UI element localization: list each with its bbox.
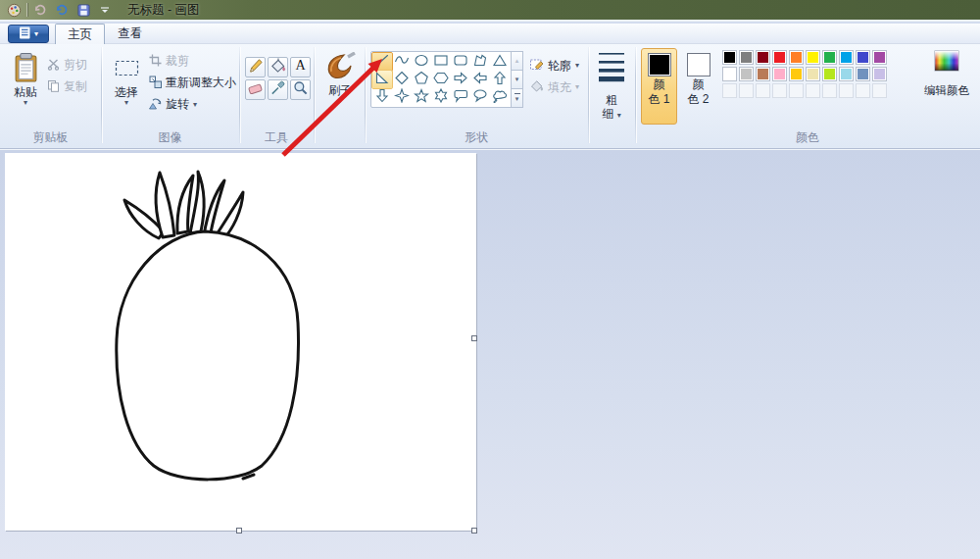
shape-callout-oval[interactable]: [470, 88, 490, 106]
palette-swatch-1-3[interactable]: [772, 50, 787, 65]
tool-fill-button[interactable]: [268, 57, 288, 77]
crop-button[interactable]: 裁剪: [149, 53, 189, 70]
palette-swatch-2-8[interactable]: [856, 67, 870, 81]
resize-button[interactable]: 重新调整大小: [149, 75, 236, 91]
outline-button[interactable]: 轮廓 ▾: [529, 57, 579, 75]
palette-swatch-1-1[interactable]: [739, 50, 754, 65]
resize-label: 重新调整大小: [166, 75, 236, 91]
palette-swatch-1-2[interactable]: [756, 50, 770, 65]
save-icon[interactable]: [74, 2, 92, 18]
shape-fill-button[interactable]: 填充 ▾: [529, 78, 579, 96]
shape-right-triangle[interactable]: [372, 71, 392, 88]
size-button[interactable]: 粗 细 ▾: [592, 50, 631, 125]
palette-swatch-2-7[interactable]: [839, 67, 854, 81]
application-menu-button[interactable]: ▾: [8, 25, 49, 43]
shape-ellipse[interactable]: [412, 53, 431, 71]
palette-swatch-empty[interactable]: [756, 83, 770, 98]
gallery-up-icon[interactable]: ▴: [511, 51, 523, 71]
shape-star-6[interactable]: [431, 88, 451, 106]
tool-pencil-button[interactable]: [245, 57, 266, 77]
palette-swatch-empty[interactable]: [789, 83, 804, 98]
gallery-down-icon[interactable]: ▾: [511, 70, 523, 89]
copy-button[interactable]: 复制: [47, 78, 87, 95]
palette-swatch-empty[interactable]: [872, 83, 887, 98]
shape-arrow-up[interactable]: [490, 71, 510, 88]
tool-eraser-button[interactable]: [245, 79, 266, 100]
shape-arrow-right[interactable]: [451, 71, 470, 88]
qat-customize-icon[interactable]: [96, 2, 114, 18]
palette-swatch-2-5[interactable]: [806, 67, 820, 81]
star-5-icon: [414, 88, 429, 107]
paint-logo-icon[interactable]: [5, 2, 23, 18]
palette-swatch-1-7[interactable]: [839, 50, 854, 65]
palette-swatch-empty[interactable]: [739, 83, 754, 98]
paste-button[interactable]: 粘贴 ▾: [6, 49, 45, 126]
color-palette: [722, 50, 889, 98]
palette-swatch-empty[interactable]: [822, 83, 837, 98]
palette-swatch-empty[interactable]: [856, 83, 870, 98]
palette-swatch-1-9[interactable]: [872, 50, 887, 65]
palette-swatch-2-1[interactable]: [739, 67, 754, 81]
shape-star-4[interactable]: [392, 88, 412, 106]
palette-swatch-2-6[interactable]: [822, 67, 837, 81]
palette-swatch-2-4[interactable]: [789, 67, 804, 81]
chevron-down-icon: ▾: [575, 62, 579, 70]
color2-button[interactable]: 颜 色 2: [680, 48, 716, 125]
quick-access-toolbar: [0, 2, 114, 18]
undo-icon[interactable]: [31, 2, 49, 18]
palette-swatch-empty[interactable]: [839, 83, 854, 98]
palette-swatch-empty[interactable]: [806, 83, 820, 98]
tab-view[interactable]: 查看: [106, 24, 154, 44]
chevron-down-icon: ▾: [193, 101, 197, 109]
redo-icon[interactable]: [53, 2, 71, 18]
resize-icon: [149, 76, 162, 91]
canvas-resize-handle-right[interactable]: [471, 335, 477, 341]
palette-swatch-2-3[interactable]: [772, 67, 787, 81]
shape-diamond[interactable]: [392, 71, 412, 88]
canvas-resize-handle-corner[interactable]: [471, 528, 477, 534]
tool-magnifier-button[interactable]: [290, 79, 311, 100]
tool-color-picker-button[interactable]: [268, 79, 288, 100]
palette-swatch-1-6[interactable]: [822, 50, 837, 65]
palette-swatch-1-4[interactable]: [789, 50, 804, 65]
gallery-more-icon[interactable]: ▾: [511, 88, 523, 108]
shape-star-5[interactable]: [412, 88, 431, 106]
shape-callout-cloud[interactable]: [490, 88, 510, 106]
shape-rounded-rectangle[interactable]: [451, 53, 470, 71]
palette-swatch-1-5[interactable]: [806, 50, 820, 65]
shape-pentagon[interactable]: [412, 71, 431, 88]
tool-text-button[interactable]: A: [290, 57, 311, 77]
shape-curve[interactable]: [392, 53, 412, 71]
drawing-canvas[interactable]: [5, 153, 476, 531]
palette-swatch-2-0[interactable]: [722, 67, 737, 81]
shape-arrow-left[interactable]: [470, 71, 490, 88]
diamond-icon: [394, 71, 410, 89]
ribbon: 粘贴 ▾ 剪切 复制 剪贴板 选择 ▾ 裁剪 重新调整大小 旋转 ▾: [0, 44, 980, 149]
shape-arrow-down[interactable]: [372, 88, 392, 106]
palette-swatch-empty[interactable]: [722, 83, 737, 98]
rotate-button[interactable]: 旋转 ▾: [149, 96, 197, 113]
eraser-icon: [247, 79, 264, 100]
canvas-resize-handle-bottom[interactable]: [236, 528, 242, 534]
shape-rectangle[interactable]: [431, 53, 451, 71]
shape-polygon[interactable]: [470, 53, 490, 71]
shape-line[interactable]: [372, 53, 392, 71]
shape-callout-rectangle[interactable]: [451, 88, 470, 106]
palette-swatch-1-0[interactable]: [722, 50, 737, 65]
outline-label: 轮廓: [548, 58, 571, 75]
palette-swatch-2-2[interactable]: [756, 67, 770, 81]
edit-colors-button[interactable]: 编辑颜色: [917, 50, 976, 125]
tab-home[interactable]: 主页: [55, 24, 105, 44]
color1-button[interactable]: 颜 色 1: [641, 48, 677, 125]
cut-button[interactable]: 剪切: [47, 57, 87, 74]
chevron-down-icon: ▾: [124, 99, 128, 107]
palette-swatch-empty[interactable]: [772, 83, 787, 98]
line-icon: [374, 53, 390, 72]
palette-swatch-1-8[interactable]: [856, 50, 870, 65]
select-button[interactable]: 选择 ▾: [106, 49, 147, 126]
shape-triangle[interactable]: [490, 53, 510, 71]
brushes-button[interactable]: 刷子 ▾: [319, 49, 361, 124]
palette-swatch-2-9[interactable]: [872, 67, 887, 81]
ribbon-tab-row: ▾ 主页 查看: [0, 24, 980, 44]
shape-hexagon[interactable]: [431, 71, 451, 88]
